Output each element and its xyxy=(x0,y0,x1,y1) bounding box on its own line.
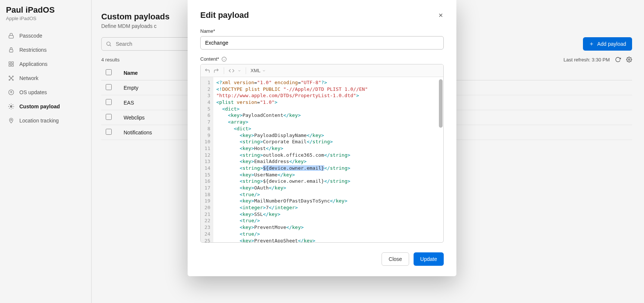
code-content[interactable]: <?xml version="1.0" encoding="UTF-8"?><!… xyxy=(213,77,443,242)
edit-payload-modal: Edit payload Name* Content* XML xyxy=(188,0,456,276)
content-label: Content* xyxy=(200,56,219,62)
chevron-down-icon[interactable] xyxy=(237,69,241,73)
language-selector[interactable]: XML xyxy=(251,68,266,73)
redo-icon[interactable] xyxy=(213,68,219,74)
modal-title: Edit payload xyxy=(200,10,249,20)
name-input[interactable] xyxy=(200,36,444,50)
toolbar-divider xyxy=(224,67,224,74)
info-icon[interactable] xyxy=(221,57,227,62)
editor-body[interactable]: 1234567891011121314151617181920212223242… xyxy=(201,77,443,242)
line-gutter: 1234567891011121314151617181920212223242… xyxy=(201,77,213,242)
language-label: XML xyxy=(251,68,261,73)
editor-toolbar: XML xyxy=(201,64,443,77)
vertical-scrollbar[interactable] xyxy=(439,79,443,128)
chevron-down-icon xyxy=(262,69,266,73)
close-button[interactable]: Close xyxy=(382,252,409,266)
name-label: Name* xyxy=(200,28,444,34)
close-icon[interactable] xyxy=(438,12,444,18)
modal-overlay: Edit payload Name* Content* XML xyxy=(0,0,644,303)
code-editor: XML 123456789101112131415161718192021222… xyxy=(200,64,444,243)
toolbar-divider xyxy=(246,67,246,74)
code-icon[interactable] xyxy=(229,68,235,74)
update-button[interactable]: Update xyxy=(414,252,444,266)
undo-icon[interactable] xyxy=(204,68,210,74)
